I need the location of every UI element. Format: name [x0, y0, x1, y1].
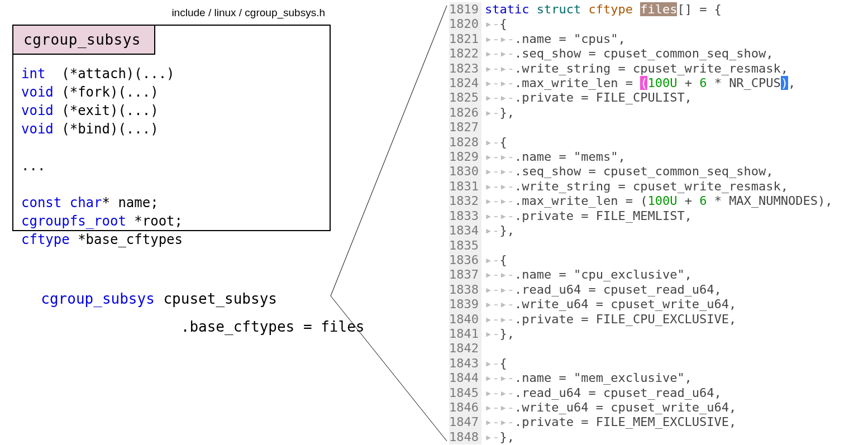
struct-line: const char* name;	[21, 194, 183, 212]
whitespace-marker: ▸-▸-	[485, 179, 514, 193]
code-content[interactable]: ▸-▸-.max_write_len = (100U + 6 * MAX_NUM…	[481, 194, 862, 208]
code-content[interactable]: ▸-▸-.name = "cpu_exclusive",	[481, 267, 862, 282]
line-number: 1833	[449, 209, 481, 223]
subsys-type: cgroup_subsys	[41, 290, 155, 307]
whitespace-marker: ▸-▸-	[485, 76, 514, 90]
code-content[interactable]: ▸-▸-.seq_show = cpuset_common_seq_show,	[481, 164, 862, 179]
code-line[interactable]: 1821▸-▸-.name = "cpus",	[449, 32, 862, 46]
code-line[interactable]: 1833▸-▸-.private = FILE_MEMLIST,	[449, 209, 862, 223]
struct-title-tab: cgroup_subsys	[12, 25, 155, 55]
code-content[interactable]: ▸-▸-.write_string = cpuset_write_resmask…	[481, 61, 862, 76]
line-number: 1834	[449, 223, 481, 238]
whitespace-marker: ▸-▸-	[485, 312, 514, 326]
whitespace-marker: ▸-	[485, 253, 500, 267]
line-number: 1821	[449, 32, 481, 46]
line-number: 1843	[449, 356, 481, 371]
code-content[interactable]: ▸-▸-.name = "cpus",	[481, 32, 862, 46]
code-content[interactable]: ▸-▸-.private = FILE_MEM_EXCLUSIVE,	[481, 415, 862, 429]
line-number: 1844	[449, 371, 481, 385]
line-number: 1829	[449, 150, 481, 164]
code-content[interactable]: ▸-▸-.name = "mem_exclusive",	[481, 371, 862, 385]
code-content[interactable]: ▸-},	[481, 106, 862, 120]
code-content[interactable]: ▸-{	[481, 253, 862, 267]
code-content[interactable]: ▸-▸-.read_u64 = cpuset_read_u64,	[481, 386, 862, 400]
code-line[interactable]: 1822▸-▸-.seq_show = cpuset_common_seq_sh…	[449, 46, 862, 61]
code-line[interactable]: 1844▸-▸-.name = "mem_exclusive",	[449, 371, 862, 385]
code-line[interactable]: 1820▸-{	[449, 17, 862, 31]
code-line[interactable]: 1835	[449, 238, 862, 253]
whitespace-marker: ▸-	[485, 17, 500, 31]
code-line[interactable]: 1840▸-▸-.private = FILE_CPU_EXCLUSIVE,	[449, 312, 862, 327]
code-line[interactable]: 1828▸-{	[449, 135, 862, 150]
code-content[interactable]: ▸-{	[481, 356, 862, 371]
code-line[interactable]: 1847▸-▸-.private = FILE_MEM_EXCLUSIVE,	[449, 415, 862, 429]
code-line[interactable]: 1825▸-▸-.private = FILE_CPULIST,	[449, 90, 862, 105]
whitespace-marker: ▸-▸-	[485, 194, 514, 208]
code-content[interactable]	[481, 120, 862, 135]
code-content[interactable]: ▸-▸-.private = FILE_MEMLIST,	[481, 209, 862, 223]
code-line[interactable]: 1843▸-{	[449, 356, 862, 371]
code-line[interactable]: 1846▸-▸-.write_u64 = cpuset_write_u64,	[449, 400, 862, 415]
code-line[interactable]: 1829▸-▸-.name = "mems",	[449, 150, 862, 164]
code-content[interactable]: ▸-▸-.write_u64 = cpuset_write_u64,	[481, 297, 862, 312]
struct-title: cgroup_subsys	[23, 31, 141, 48]
code-content[interactable]: ▸-▸-.name = "mems",	[481, 150, 862, 164]
code-content[interactable]	[481, 341, 862, 356]
code-line[interactable]: 1830▸-▸-.seq_show = cpuset_common_seq_sh…	[449, 164, 862, 179]
whitespace-marker: ▸-▸-	[485, 90, 514, 104]
code-content[interactable]: ▸-},	[481, 327, 862, 341]
code-editor[interactable]: 1819static struct cftype files[] = {1820…	[449, 2, 862, 443]
line-number: 1822	[449, 46, 481, 61]
code-content[interactable]: ▸-▸-.write_u64 = cpuset_write_u64,	[481, 400, 862, 415]
struct-line	[21, 138, 183, 157]
code-content[interactable]: ▸-▸-.private = FILE_CPULIST,	[481, 90, 862, 105]
code-content[interactable]: ▸-},	[481, 223, 862, 238]
whitespace-marker: ▸-▸-	[485, 164, 514, 178]
code-line[interactable]: 1823▸-▸-.write_string = cpuset_write_res…	[449, 61, 862, 76]
code-content[interactable]: ▸-▸-.write_string = cpuset_write_resmask…	[481, 179, 862, 194]
line-number: 1828	[449, 135, 481, 150]
struct-box: include / linux / cgroup_subsys.h cgroup…	[12, 25, 331, 231]
code-content[interactable]: ▸-{	[481, 135, 862, 150]
line-number: 1831	[449, 179, 481, 194]
line-number: 1846	[449, 400, 481, 415]
line-number: 1819	[449, 2, 481, 17]
code-content[interactable]: ▸-},	[481, 430, 862, 444]
line-number: 1842	[449, 341, 481, 356]
line-number: 1847	[449, 415, 481, 429]
code-line[interactable]: 1819static struct cftype files[] = {	[449, 2, 862, 17]
code-line[interactable]: 1831▸-▸-.write_string = cpuset_write_res…	[449, 179, 862, 194]
code-line[interactable]: 1834▸-},	[449, 223, 862, 238]
struct-line	[21, 175, 183, 194]
code-line[interactable]: 1827	[449, 120, 862, 135]
code-line[interactable]: 1848▸-},	[449, 430, 862, 444]
code-content[interactable]: ▸-▸-.read_u64 = cpuset_read_u64,	[481, 283, 862, 297]
whitespace-marker: ▸-▸-	[485, 283, 514, 296]
whitespace-marker: ▸-	[485, 223, 500, 237]
code-line[interactable]: 1841▸-},	[449, 327, 862, 341]
struct-line: cftype *base_cftypes	[21, 231, 183, 249]
code-line[interactable]: 1832▸-▸-.max_write_len = (100U + 6 * MAX…	[449, 194, 862, 208]
code-content[interactable]: ▸-▸-.private = FILE_CPU_EXCLUSIVE,	[481, 312, 862, 327]
struct-line: cgroupfs_root *root;	[21, 212, 183, 231]
code-line[interactable]: 1838▸-▸-.read_u64 = cpuset_read_u64,	[449, 283, 862, 297]
whitespace-marker: ▸-▸-	[485, 297, 514, 311]
code-content[interactable]: ▸-{	[481, 17, 862, 31]
struct-body: int (*attach)(...)void (*fork)(...)void …	[21, 65, 183, 249]
code-content[interactable]: ▸-▸-.seq_show = cpuset_common_seq_show,	[481, 46, 862, 61]
code-content[interactable]	[481, 238, 862, 253]
code-content[interactable]: static struct cftype files[] = {	[481, 2, 862, 17]
whitespace-marker: ▸-	[485, 430, 500, 444]
line-number: 1824	[449, 76, 481, 90]
code-line[interactable]: 1826▸-},	[449, 106, 862, 120]
code-line[interactable]: 1845▸-▸-.read_u64 = cpuset_read_u64,	[449, 386, 862, 400]
code-content[interactable]: ▸-▸-.max_write_len = (100U + 6 * NR_CPUS…	[481, 76, 862, 90]
line-number: 1840	[449, 312, 481, 327]
code-line[interactable]: 1839▸-▸-.write_u64 = cpuset_write_u64,	[449, 297, 862, 312]
code-line[interactable]: 1824▸-▸-.max_write_len = (100U + 6 * NR_…	[449, 76, 862, 90]
code-line[interactable]: 1837▸-▸-.name = "cpu_exclusive",	[449, 267, 862, 282]
whitespace-marker: ▸-▸-	[485, 32, 514, 46]
line-number: 1837	[449, 267, 481, 282]
code-line[interactable]: 1842	[449, 341, 862, 356]
code-line[interactable]: 1836▸-{	[449, 253, 862, 267]
